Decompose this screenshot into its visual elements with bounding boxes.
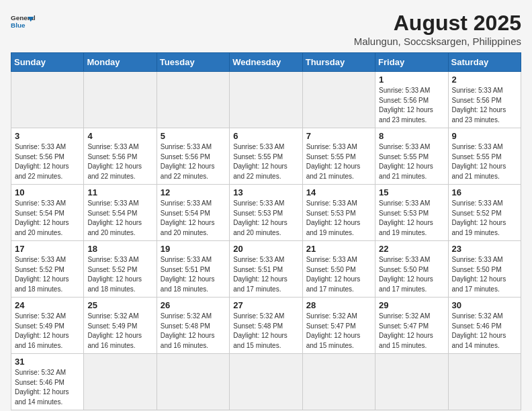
calendar-cell: 23Sunrise: 5:33 AM Sunset: 5:50 PM Dayli… (448, 241, 521, 298)
day-info: Sunrise: 5:33 AM Sunset: 5:50 PM Dayligh… (306, 255, 371, 294)
day-number: 16 (452, 187, 517, 197)
day-info: Sunrise: 5:33 AM Sunset: 5:51 PM Dayligh… (233, 255, 298, 294)
day-number: 23 (452, 244, 517, 254)
logo: General Blue (11, 11, 35, 35)
day-number: 15 (379, 187, 444, 197)
calendar-table: SundayMondayTuesdayWednesdayThursdayFrid… (11, 52, 521, 410)
day-info: Sunrise: 5:33 AM Sunset: 5:55 PM Dayligh… (379, 142, 444, 181)
day-info: Sunrise: 5:33 AM Sunset: 5:52 PM Dayligh… (87, 255, 152, 294)
day-number: 22 (379, 244, 444, 254)
month-year-title: August 2025 (354, 11, 521, 36)
calendar-cell: 31Sunrise: 5:32 AM Sunset: 5:46 PM Dayli… (11, 354, 84, 410)
calendar-cell (11, 72, 84, 128)
day-info: Sunrise: 5:33 AM Sunset: 5:54 PM Dayligh… (161, 199, 226, 238)
calendar-cell (230, 354, 302, 410)
col-header-wednesday: Wednesday (230, 53, 302, 72)
day-number: 14 (306, 187, 371, 197)
calendar-cell: 5Sunrise: 5:33 AM Sunset: 5:56 PM Daylig… (157, 128, 229, 185)
day-number: 5 (161, 131, 226, 141)
day-info: Sunrise: 5:33 AM Sunset: 5:54 PM Dayligh… (15, 199, 80, 238)
day-info: Sunrise: 5:33 AM Sunset: 5:55 PM Dayligh… (306, 142, 371, 181)
day-number: 13 (233, 187, 298, 197)
calendar-cell: 19Sunrise: 5:33 AM Sunset: 5:51 PM Dayli… (157, 241, 229, 298)
calendar-cell: 9Sunrise: 5:33 AM Sunset: 5:55 PM Daylig… (448, 128, 521, 185)
calendar-cell (302, 72, 375, 128)
calendar-cell: 10Sunrise: 5:33 AM Sunset: 5:54 PM Dayli… (11, 185, 84, 241)
col-header-saturday: Saturday (448, 53, 521, 72)
calendar-week-3: 10Sunrise: 5:33 AM Sunset: 5:54 PM Dayli… (11, 185, 521, 241)
day-number: 7 (306, 131, 371, 141)
day-number: 21 (306, 244, 371, 254)
day-number: 28 (306, 300, 371, 310)
col-header-sunday: Sunday (11, 53, 84, 72)
page-header: General Blue August 2025 Malungun, Soccs… (11, 11, 521, 47)
location-subtitle: Malungun, Soccsksargen, Philippines (354, 36, 521, 47)
day-info: Sunrise: 5:32 AM Sunset: 5:49 PM Dayligh… (87, 312, 152, 351)
day-number: 25 (87, 300, 152, 310)
calendar-cell: 26Sunrise: 5:32 AM Sunset: 5:48 PM Dayli… (157, 298, 229, 354)
day-info: Sunrise: 5:33 AM Sunset: 5:54 PM Dayligh… (87, 199, 152, 238)
calendar-cell: 20Sunrise: 5:33 AM Sunset: 5:51 PM Dayli… (230, 241, 302, 298)
calendar-cell: 28Sunrise: 5:32 AM Sunset: 5:47 PM Dayli… (302, 298, 375, 354)
calendar-cell: 18Sunrise: 5:33 AM Sunset: 5:52 PM Dayli… (84, 241, 157, 298)
day-number: 18 (87, 244, 152, 254)
calendar-cell: 21Sunrise: 5:33 AM Sunset: 5:50 PM Dayli… (302, 241, 375, 298)
calendar-week-2: 3Sunrise: 5:33 AM Sunset: 5:56 PM Daylig… (11, 128, 521, 185)
day-number: 31 (15, 357, 80, 367)
day-info: Sunrise: 5:32 AM Sunset: 5:46 PM Dayligh… (15, 368, 80, 407)
day-number: 4 (87, 131, 152, 141)
calendar-cell: 30Sunrise: 5:32 AM Sunset: 5:46 PM Dayli… (448, 298, 521, 354)
calendar-cell: 4Sunrise: 5:33 AM Sunset: 5:56 PM Daylig… (84, 128, 157, 185)
day-number: 24 (15, 300, 80, 310)
day-info: Sunrise: 5:32 AM Sunset: 5:46 PM Dayligh… (452, 312, 517, 351)
calendar-cell (448, 354, 521, 410)
day-number: 29 (379, 300, 444, 310)
day-number: 10 (15, 187, 80, 197)
day-info: Sunrise: 5:33 AM Sunset: 5:53 PM Dayligh… (306, 199, 371, 238)
calendar-week-4: 17Sunrise: 5:33 AM Sunset: 5:52 PM Dayli… (11, 241, 521, 298)
calendar-cell: 22Sunrise: 5:33 AM Sunset: 5:50 PM Dayli… (375, 241, 448, 298)
day-number: 2 (452, 75, 517, 85)
calendar-cell (84, 354, 157, 410)
calendar-cell: 25Sunrise: 5:32 AM Sunset: 5:49 PM Dayli… (84, 298, 157, 354)
calendar-cell: 1Sunrise: 5:33 AM Sunset: 5:56 PM Daylig… (375, 72, 448, 128)
col-header-thursday: Thursday (302, 53, 375, 72)
calendar-cell: 6Sunrise: 5:33 AM Sunset: 5:55 PM Daylig… (230, 128, 302, 185)
calendar-cell: 14Sunrise: 5:33 AM Sunset: 5:53 PM Dayli… (302, 185, 375, 241)
calendar-cell: 24Sunrise: 5:32 AM Sunset: 5:49 PM Dayli… (11, 298, 84, 354)
col-header-monday: Monday (84, 53, 157, 72)
day-info: Sunrise: 5:33 AM Sunset: 5:56 PM Dayligh… (161, 142, 226, 181)
calendar-week-1: 1Sunrise: 5:33 AM Sunset: 5:56 PM Daylig… (11, 72, 521, 128)
day-number: 20 (233, 244, 298, 254)
day-info: Sunrise: 5:32 AM Sunset: 5:48 PM Dayligh… (233, 312, 298, 351)
day-info: Sunrise: 5:33 AM Sunset: 5:56 PM Dayligh… (452, 86, 517, 125)
day-number: 11 (87, 187, 152, 197)
day-number: 30 (452, 300, 517, 310)
calendar-week-5: 24Sunrise: 5:32 AM Sunset: 5:49 PM Dayli… (11, 298, 521, 354)
calendar-cell: 8Sunrise: 5:33 AM Sunset: 5:55 PM Daylig… (375, 128, 448, 185)
calendar-cell: 17Sunrise: 5:33 AM Sunset: 5:52 PM Dayli… (11, 241, 84, 298)
day-number: 6 (233, 131, 298, 141)
day-info: Sunrise: 5:33 AM Sunset: 5:50 PM Dayligh… (452, 255, 517, 294)
calendar-cell: 3Sunrise: 5:33 AM Sunset: 5:56 PM Daylig… (11, 128, 84, 185)
calendar-cell (157, 72, 229, 128)
calendar-cell: 16Sunrise: 5:33 AM Sunset: 5:52 PM Dayli… (448, 185, 521, 241)
calendar-cell: 7Sunrise: 5:33 AM Sunset: 5:55 PM Daylig… (302, 128, 375, 185)
calendar-cell (302, 354, 375, 410)
day-info: Sunrise: 5:33 AM Sunset: 5:50 PM Dayligh… (379, 255, 444, 294)
day-number: 8 (379, 131, 444, 141)
title-block: August 2025 Malungun, Soccsksargen, Phil… (354, 11, 521, 47)
day-info: Sunrise: 5:33 AM Sunset: 5:55 PM Dayligh… (452, 142, 517, 181)
day-info: Sunrise: 5:32 AM Sunset: 5:47 PM Dayligh… (306, 312, 371, 351)
calendar-cell: 11Sunrise: 5:33 AM Sunset: 5:54 PM Dayli… (84, 185, 157, 241)
calendar-cell: 27Sunrise: 5:32 AM Sunset: 5:48 PM Dayli… (230, 298, 302, 354)
day-info: Sunrise: 5:33 AM Sunset: 5:56 PM Dayligh… (15, 142, 80, 181)
calendar-cell: 2Sunrise: 5:33 AM Sunset: 5:56 PM Daylig… (448, 72, 521, 128)
col-header-tuesday: Tuesday (157, 53, 229, 72)
calendar-cell: 29Sunrise: 5:32 AM Sunset: 5:47 PM Dayli… (375, 298, 448, 354)
day-number: 19 (161, 244, 226, 254)
day-number: 1 (379, 75, 444, 85)
calendar-header-row: SundayMondayTuesdayWednesdayThursdayFrid… (11, 53, 521, 72)
col-header-friday: Friday (375, 53, 448, 72)
calendar-week-6: 31Sunrise: 5:32 AM Sunset: 5:46 PM Dayli… (11, 354, 521, 410)
